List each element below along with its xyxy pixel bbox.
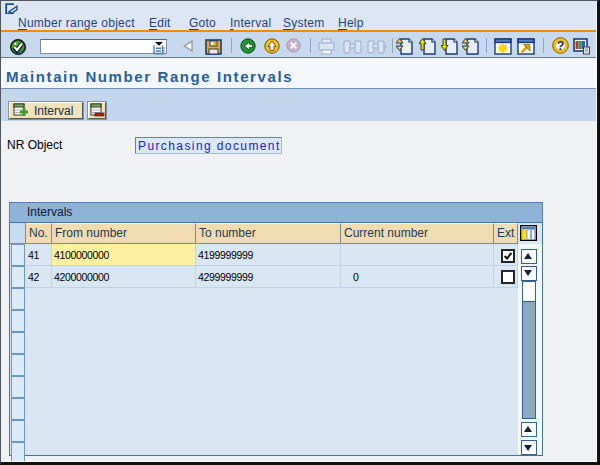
- svg-text:?: ?: [557, 39, 565, 53]
